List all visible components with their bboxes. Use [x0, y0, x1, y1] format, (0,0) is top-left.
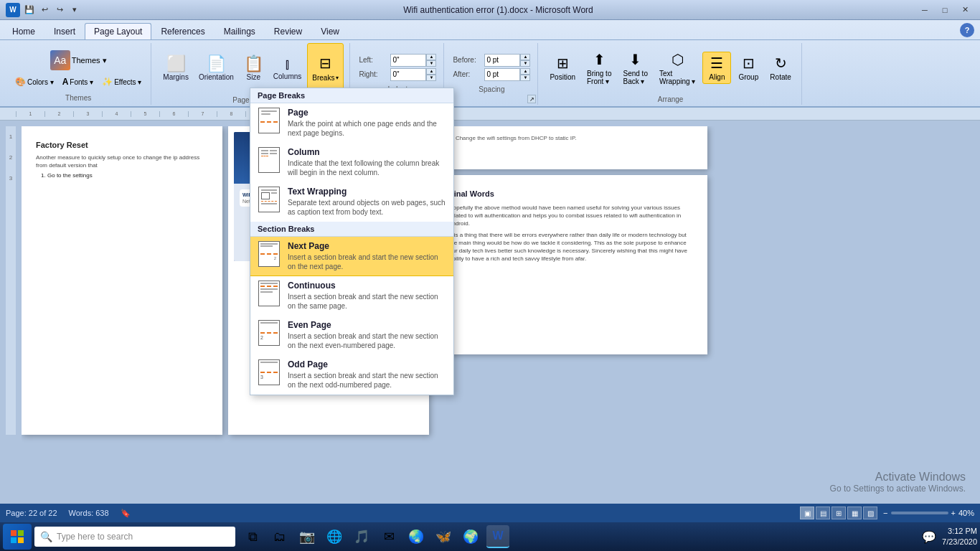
- indent-left-input[interactable]: [390, 54, 426, 67]
- tab-mailings[interactable]: Mailings: [215, 23, 265, 39]
- position-icon: ⊞: [557, 55, 569, 72]
- size-button[interactable]: 📋 Size: [240, 53, 268, 84]
- task-view-icon[interactable]: ⧉: [241, 525, 264, 548]
- section-breaks-header: Section Breaks: [250, 222, 453, 237]
- break-textwrap-item[interactable]: Text Wrapping Separate text around objec…: [250, 182, 453, 222]
- fonts-button[interactable]: A Fonts ▾: [59, 75, 97, 89]
- zoom-slider[interactable]: [891, 512, 948, 514]
- align-button[interactable]: ☰ Align: [702, 52, 731, 84]
- tab-insert[interactable]: Insert: [44, 23, 85, 39]
- columns-button[interactable]: ⫿ Columns: [269, 54, 306, 83]
- tab-page-layout[interactable]: Page Layout: [85, 23, 151, 39]
- orientation-icon: 📄: [207, 56, 226, 72]
- page-setup-inner: ⬜ Margins 📄 Orientation 📋 Size ⫿ Columns…: [159, 43, 344, 93]
- position-label: Position: [550, 73, 575, 81]
- view-draft[interactable]: ▨: [863, 507, 877, 519]
- pages-area: Factory Reset Another measure to quickly…: [22, 126, 974, 445]
- close-button[interactable]: ✕: [956, 3, 974, 17]
- taskbar-right: 💬 3:12 PM 7/23/2020: [922, 526, 977, 548]
- tab-review[interactable]: Review: [265, 23, 311, 39]
- ribbon: Home Insert Page Layout References Maili…: [0, 20, 980, 108]
- chrome-icon[interactable]: 🌏: [405, 525, 428, 548]
- status-icon[interactable]: 🔖: [121, 509, 131, 518]
- breaks-button[interactable]: ⊟ Breaks ▾: [307, 43, 344, 93]
- orientation-button[interactable]: 📄 Orientation: [194, 53, 238, 84]
- break-oddpage-text: Odd Page Insert a section break and star…: [288, 359, 446, 390]
- margins-button[interactable]: ⬜ Margins: [159, 53, 193, 84]
- text-wrapping-button[interactable]: ⬡ TextWrapping ▾: [655, 48, 699, 88]
- group-button[interactable]: ⊡ Group: [734, 52, 763, 84]
- spacing-after-input[interactable]: [484, 68, 520, 81]
- zoom-level[interactable]: 40%: [958, 509, 974, 517]
- title-bar-left: W 💾 ↩ ↪ ▾: [6, 3, 81, 17]
- browser1-icon[interactable]: 🌐: [323, 525, 346, 548]
- break-evenpage-item[interactable]: 2 Even Page Insert a section break and s…: [250, 316, 453, 355]
- customize-quick-btn[interactable]: ▾: [68, 4, 81, 17]
- break-oddpage-item[interactable]: 3 Odd Page Insert a section break and st…: [250, 355, 453, 395]
- save-quick-btn[interactable]: 💾: [23, 4, 36, 17]
- taskbar: 🔍 Type here to search ⧉ 🗂 📷 🌐 🎵 ✉ 🌏 🦋 🌍 …: [0, 522, 980, 551]
- zoom-out-icon[interactable]: −: [883, 509, 887, 517]
- taskbar-search-box[interactable]: 🔍 Type here to search: [34, 527, 235, 547]
- align-icon: ☰: [710, 55, 723, 72]
- file-explorer-icon[interactable]: 🗂: [268, 525, 291, 548]
- columns-icon: ⫿: [284, 57, 291, 71]
- help-button[interactable]: ?: [960, 23, 974, 37]
- spacing-before-down[interactable]: ▼: [520, 60, 530, 67]
- redo-quick-btn[interactable]: ↪: [53, 4, 66, 17]
- svg-rect-1: [18, 530, 24, 536]
- position-button[interactable]: ⊞ Position: [545, 52, 580, 84]
- view-outline[interactable]: ▦: [847, 507, 862, 519]
- bring-to-front-button[interactable]: ⬆ Bring toFront ▾: [583, 48, 616, 88]
- spacing-group: Before: ▲ ▼ After: ▲ ▼: [446, 43, 538, 105]
- columns-label: Columns: [273, 72, 301, 80]
- media-icon[interactable]: 🎵: [350, 525, 373, 548]
- view-full-screen[interactable]: ▤: [816, 507, 830, 519]
- rotate-button[interactable]: ↻ Rotate: [765, 52, 795, 84]
- spacing-after-up[interactable]: ▲: [520, 68, 530, 75]
- break-continuous-item[interactable]: Continuous Insert a section break and st…: [250, 276, 453, 316]
- start-button[interactable]: [3, 524, 32, 550]
- send-to-back-button[interactable]: ⬇ Send toBack ▾: [618, 48, 651, 88]
- colors-button[interactable]: 🎨 Colors ▾: [11, 75, 57, 89]
- mail-icon[interactable]: ✉: [377, 525, 400, 548]
- break-oddpage-desc: Insert a section break and start the new…: [288, 371, 446, 390]
- indent-right-up[interactable]: ▲: [426, 68, 436, 75]
- spacing-after-down[interactable]: ▼: [520, 75, 530, 81]
- indent-left-down[interactable]: ▼: [426, 60, 436, 67]
- paragraph-expand[interactable]: ↗: [527, 95, 536, 103]
- notification-icon[interactable]: 💬: [922, 530, 936, 544]
- break-nextpage-item[interactable]: 2 Next Page Insert a section break and s…: [250, 237, 453, 276]
- effects-button[interactable]: ✨ Effects ▾: [98, 75, 145, 89]
- themes-main-button[interactable]: Aa Themes ▾: [11, 47, 145, 74]
- maximize-button[interactable]: □: [936, 3, 954, 17]
- tab-references[interactable]: References: [151, 23, 214, 39]
- undo-quick-btn[interactable]: ↩: [38, 4, 51, 17]
- camera-icon[interactable]: 📷: [296, 525, 319, 548]
- time: 3:12 PM: [942, 526, 977, 537]
- view-print-layout[interactable]: ▣: [800, 507, 814, 519]
- tab-home[interactable]: Home: [3, 23, 44, 39]
- margins-icon: ⬜: [166, 56, 186, 72]
- indent-right-down[interactable]: ▼: [426, 75, 436, 81]
- break-page-item[interactable]: Page Mark the point at which one page en…: [250, 103, 453, 143]
- edge-icon[interactable]: 🦋: [432, 525, 455, 548]
- indent-right-input[interactable]: [390, 68, 426, 81]
- break-column-item[interactable]: Column Indicate that the text following …: [250, 143, 453, 182]
- indent-left-up[interactable]: ▲: [426, 54, 436, 60]
- zoom-control: − + 40%: [883, 509, 974, 517]
- break-continuous-desc: Insert a section break and start the new…: [288, 292, 446, 311]
- size-label: Size: [247, 73, 260, 81]
- tab-view[interactable]: View: [311, 23, 349, 39]
- page1-body: Another measure to quickly setup once to…: [36, 154, 208, 169]
- zoom-in-icon[interactable]: +: [951, 509, 956, 517]
- spacing-after-spins: ▲ ▼: [520, 68, 530, 81]
- word-taskbar-icon[interactable]: W: [486, 525, 509, 548]
- breaks-dropdown: Page Breaks Page Mark the point at which…: [250, 88, 454, 395]
- page1-list-item-1: Go to the settings: [47, 172, 208, 179]
- minimize-button[interactable]: ─: [915, 3, 934, 17]
- spacing-before-input[interactable]: [484, 54, 520, 67]
- spacing-before-up[interactable]: ▲: [520, 54, 530, 60]
- view-web-layout[interactable]: ⊞: [831, 507, 846, 519]
- browser2-icon[interactable]: 🌍: [459, 525, 482, 548]
